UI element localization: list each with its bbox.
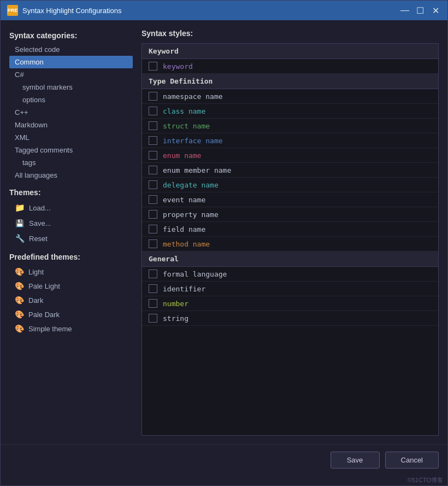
enum-member-name-checkbox[interactable]: [149, 166, 157, 174]
event-name-label: event name: [163, 196, 205, 204]
identifier-label: identifier: [163, 285, 205, 293]
selected-code-label: Selected code: [15, 45, 60, 54]
all-languages-label: All languages: [15, 171, 57, 179]
sidebar-item-symbol-markers[interactable]: symbol markers: [9, 81, 133, 93]
syntax-row-namespace-name: namespace name: [142, 89, 438, 104]
keyword-checkbox[interactable]: [149, 62, 157, 71]
syntax-row-delegate-name: delegate name: [142, 178, 438, 192]
interface-name-checkbox[interactable]: [149, 136, 157, 145]
property-name-checkbox[interactable]: [149, 210, 157, 219]
csharp-label: C#: [15, 71, 24, 79]
palette-icon-simple: 🎨: [15, 324, 24, 333]
number-checkbox[interactable]: [149, 299, 157, 308]
cancel-button[interactable]: Cancel: [385, 452, 439, 469]
tagged-comments-label: Tagged comments: [15, 146, 73, 154]
method-name-checkbox[interactable]: [149, 239, 157, 248]
dialog-footer: Save Cancel: [1, 444, 447, 475]
predefined-header: Predefined themes:: [9, 253, 133, 261]
sidebar-item-all-languages[interactable]: All languages: [9, 169, 133, 181]
struct-name-checkbox[interactable]: [149, 121, 157, 130]
common-label: Common: [15, 58, 44, 66]
maximize-button[interactable]: ☐: [415, 5, 426, 16]
theme-simple[interactable]: 🎨 Simple theme: [9, 321, 133, 336]
syntax-styles-header: Syntax styles:: [142, 29, 439, 38]
save-label: Save...: [29, 219, 51, 227]
minimize-button[interactable]: —: [399, 5, 410, 16]
field-name-checkbox[interactable]: [149, 225, 157, 233]
syntax-row-method-name: method name: [142, 237, 438, 251]
sidebar-item-options[interactable]: options: [9, 93, 133, 106]
sidebar-item-tags[interactable]: tags: [9, 156, 133, 169]
syntax-row-enum-member-name: enum member name: [142, 163, 438, 178]
reset-icon: 🔧: [15, 233, 25, 243]
main-dialog: PRE Syntax Highlight Configurations — ☐ …: [0, 0, 448, 486]
string-label: string: [163, 314, 188, 323]
namespace-name-checkbox[interactable]: [149, 92, 157, 101]
load-label: Load...: [29, 204, 51, 212]
general-group-header: General: [142, 251, 438, 267]
sidebar-item-common[interactable]: Common: [9, 56, 133, 68]
pale-dark-label: Pale Dark: [28, 311, 60, 319]
syntax-row-property-name: property name: [142, 207, 438, 222]
syntax-row-enum-name: enum name: [142, 148, 438, 163]
namespace-name-label: namespace name: [163, 92, 223, 101]
watermark: ©51CTO博客: [1, 475, 447, 485]
sidebar-item-markdown[interactable]: Markdown: [9, 119, 133, 131]
window-title: Syntax Highlight Configurations: [22, 7, 399, 15]
formal-language-checkbox[interactable]: [149, 270, 157, 278]
enum-name-label: enum name: [163, 151, 201, 160]
title-bar: PRE Syntax Highlight Configurations — ☐ …: [1, 1, 447, 20]
tags-label: tags: [22, 159, 36, 167]
keyword-group-header: Keyword: [142, 44, 438, 59]
delegate-name-checkbox[interactable]: [149, 180, 157, 189]
enum-name-checkbox[interactable]: [149, 151, 157, 160]
sidebar-item-csharp[interactable]: C#: [9, 68, 133, 81]
enum-member-name-label: enum member name: [163, 166, 231, 174]
class-name-checkbox[interactable]: [149, 107, 157, 115]
reset-theme-button[interactable]: 🔧 Reset: [9, 231, 133, 246]
app-icon: PRE: [7, 5, 18, 16]
theme-dark[interactable]: 🎨 Dark: [9, 293, 133, 307]
syntax-row-event-name: event name: [142, 192, 438, 207]
save-icon: 💾: [15, 218, 25, 228]
interface-name-label: interface name: [163, 137, 223, 145]
close-button[interactable]: ✕: [430, 5, 441, 16]
syntax-row-number: number: [142, 296, 438, 311]
struct-name-label: struct name: [163, 122, 210, 130]
field-name-label: field name: [163, 225, 205, 233]
syntax-row-keyword: keyword: [142, 59, 438, 74]
light-label: Light: [28, 268, 44, 276]
sidebar-item-xml[interactable]: XML: [9, 131, 133, 144]
markdown-label: Markdown: [15, 121, 48, 129]
predefined-themes-section: Predefined themes: 🎨 Light 🎨 Pale Light …: [9, 250, 133, 336]
syntax-row-field-name: field name: [142, 222, 438, 237]
right-panel: Syntax styles: Keyword keyword Type Defi…: [142, 29, 439, 436]
save-button[interactable]: Save: [331, 452, 380, 469]
dark-label: Dark: [28, 296, 43, 305]
syntax-row-identifier: identifier: [142, 282, 438, 296]
identifier-checkbox[interactable]: [149, 284, 157, 293]
window-controls: — ☐ ✕: [399, 5, 441, 16]
syntax-row-formal-language: formal language: [142, 267, 438, 282]
syntax-row-struct-name: struct name: [142, 119, 438, 133]
save-theme-button[interactable]: 💾 Save...: [9, 215, 133, 231]
number-label: number: [163, 300, 188, 308]
syntax-row-interface-name: interface name: [142, 133, 438, 148]
type-definition-group-header: Type Definition: [142, 74, 438, 89]
syntax-row-class-name: class name: [142, 104, 438, 119]
sidebar-item-tagged-comments[interactable]: Tagged comments: [9, 144, 133, 156]
class-name-label: class name: [163, 107, 205, 115]
sidebar-item-cpp[interactable]: C++: [9, 106, 133, 119]
event-name-checkbox[interactable]: [149, 195, 157, 204]
cpp-label: C++: [15, 108, 28, 116]
string-checkbox[interactable]: [149, 314, 157, 323]
sidebar-item-selected-code[interactable]: Selected code: [9, 43, 133, 56]
theme-pale-dark[interactable]: 🎨 Pale Dark: [9, 307, 133, 321]
theme-light[interactable]: 🎨 Light: [9, 265, 133, 279]
palette-icon-light: 🎨: [15, 267, 24, 276]
syntax-styles-list[interactable]: Keyword keyword Type Definition namespac…: [142, 43, 439, 436]
load-theme-button[interactable]: 📁 Load...: [9, 200, 133, 215]
palette-icon-pale-light: 🎨: [15, 282, 24, 290]
categories-header: Syntax categories:: [9, 31, 133, 40]
theme-pale-light[interactable]: 🎨 Pale Light: [9, 279, 133, 293]
